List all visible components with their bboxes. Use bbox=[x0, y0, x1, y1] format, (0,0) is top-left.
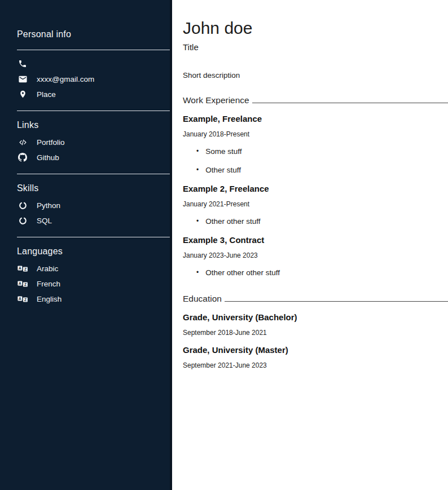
svg-text:A: A bbox=[19, 296, 21, 300]
sidebar-item-list: AZArabicAZFrenchAZEnglish bbox=[17, 263, 170, 304]
svg-text:Z: Z bbox=[24, 298, 26, 302]
sidebar-item-label: Place bbox=[37, 90, 56, 99]
sidebar-divider bbox=[17, 174, 170, 174]
main-sections: Work ExperienceExample, FreelanceJanuary… bbox=[183, 95, 448, 369]
svg-text:A: A bbox=[19, 266, 21, 270]
sidebar-divider bbox=[17, 237, 170, 237]
entry-grade-university-master: Grade, University (Master)September 2021… bbox=[183, 345, 448, 369]
envelope-icon bbox=[17, 74, 28, 84]
short-description: Short description bbox=[183, 71, 448, 80]
entry-date: September 2018-June 2021 bbox=[183, 329, 448, 337]
sidebar-section-title: Skills bbox=[17, 183, 170, 193]
sidebar-item-list: xxxx@gmail.comPlace bbox=[17, 59, 170, 99]
sidebar-section-title: Links bbox=[17, 120, 170, 130]
sidebar-divider bbox=[17, 111, 170, 111]
section-heading: Education bbox=[183, 294, 222, 304]
phone-icon bbox=[17, 59, 28, 69]
sidebar-item-label: French bbox=[37, 280, 60, 288]
section-education: EducationGrade, University (Bachelor)Sep… bbox=[183, 294, 448, 369]
svg-text:A: A bbox=[19, 281, 21, 285]
sidebar-item-portfolio[interactable]: Portfolio bbox=[17, 137, 170, 147]
sidebar-item-github[interactable]: Github bbox=[17, 152, 170, 162]
sidebar-divider bbox=[17, 50, 170, 50]
bullet-list: Other other stuff bbox=[183, 217, 448, 227]
section-work-experience: Work ExperienceExample, FreelanceJanuary… bbox=[183, 95, 448, 278]
sidebar-item-arabic: AZArabic bbox=[17, 263, 170, 273]
person-name: John doe bbox=[183, 19, 448, 37]
sidebar-item-label: Python bbox=[37, 201, 60, 210]
entry-grade-university-bachelor: Grade, University (Bachelor)September 20… bbox=[183, 312, 448, 337]
sidebar-item-french: AZFrench bbox=[17, 279, 170, 289]
language-icon: AZ bbox=[17, 263, 28, 273]
bullet-list: Other other other stuff bbox=[183, 268, 448, 278]
sidebar-section-skills: SkillsPythonSQL bbox=[17, 174, 170, 226]
bullet-item: Other other other stuff bbox=[196, 268, 448, 278]
bullet-item: Some stuff bbox=[196, 147, 448, 157]
github-icon bbox=[17, 152, 28, 162]
heading-rule bbox=[252, 103, 448, 103]
entry-title: Example 2, Freelance bbox=[183, 184, 448, 193]
bullet-list: Some stuffOther stuff bbox=[183, 147, 448, 175]
sidebar-item-label: English bbox=[37, 295, 62, 303]
sidebar-item-label: Github bbox=[37, 153, 59, 162]
sidebar-item-phone bbox=[17, 59, 170, 69]
sidebar: Personal infoxxxx@gmail.comPlaceLinksPor… bbox=[0, 0, 172, 490]
entry-date: January 2021-Present bbox=[183, 200, 448, 208]
sidebar-item-label: Arabic bbox=[37, 264, 58, 273]
entry-example-freelance: Example, FreelanceJanuary 2018-PresentSo… bbox=[183, 114, 448, 175]
sidebar-item-sql: SQL bbox=[17, 215, 170, 226]
heading-rule bbox=[225, 301, 448, 302]
sidebar-item-label: xxxx@gmail.com bbox=[37, 75, 94, 83]
entry-date: January 2018-Present bbox=[183, 130, 448, 138]
sidebar-item-list: PythonSQL bbox=[17, 200, 170, 226]
sidebar-section-title: Languages bbox=[17, 246, 170, 257]
entry-title: Example, Freelance bbox=[183, 114, 448, 123]
sidebar-item-xxxx-gmail-com: xxxx@gmail.com bbox=[17, 74, 170, 84]
section-header: Education bbox=[183, 294, 448, 304]
main-content: John doe Title Short description Work Ex… bbox=[172, 0, 448, 490]
sidebar-item-english: AZEnglish bbox=[17, 294, 170, 304]
sidebar-section-links: LinksPortfolioGithub bbox=[17, 111, 170, 162]
location-icon bbox=[17, 89, 28, 99]
circle-notch-icon bbox=[17, 215, 28, 226]
language-icon: AZ bbox=[17, 279, 28, 289]
entry-title: Example 3, Contract bbox=[183, 235, 448, 245]
language-icon: AZ bbox=[17, 294, 28, 304]
entry-date: January 2023-June 2023 bbox=[183, 251, 448, 259]
resume-page: Personal infoxxxx@gmail.comPlaceLinksPor… bbox=[0, 0, 448, 490]
section-heading: Work Experience bbox=[183, 95, 249, 105]
circle-notch-icon bbox=[17, 200, 28, 210]
sidebar-item-label: SQL bbox=[37, 217, 52, 225]
sidebar-item-label: Portfolio bbox=[37, 138, 65, 147]
job-title: Title bbox=[183, 42, 448, 52]
bullet-item: Other stuff bbox=[196, 165, 448, 175]
bullet-item: Other other stuff bbox=[196, 217, 448, 227]
svg-text:Z: Z bbox=[24, 267, 26, 271]
sidebar-section-title: Personal info bbox=[17, 29, 170, 39]
entry-example-2-freelance: Example 2, FreelanceJanuary 2021-Present… bbox=[183, 184, 448, 227]
sidebar-section-personal-info: Personal infoxxxx@gmail.comPlace bbox=[17, 29, 170, 99]
entry-title: Grade, University (Bachelor) bbox=[183, 312, 448, 322]
entry-title: Grade, University (Master) bbox=[183, 345, 448, 355]
section-header: Work Experience bbox=[183, 95, 448, 105]
sidebar-item-place: Place bbox=[17, 89, 170, 99]
svg-text:Z: Z bbox=[24, 282, 26, 286]
sidebar-section-languages: LanguagesAZArabicAZFrenchAZEnglish bbox=[17, 237, 170, 304]
entry-example-3-contract: Example 3, ContractJanuary 2023-June 202… bbox=[183, 235, 448, 278]
sidebar-item-python: Python bbox=[17, 200, 170, 210]
entry-date: September 2021-June 2023 bbox=[183, 361, 448, 369]
code-icon bbox=[17, 137, 28, 147]
sidebar-item-list: PortfolioGithub bbox=[17, 137, 170, 162]
